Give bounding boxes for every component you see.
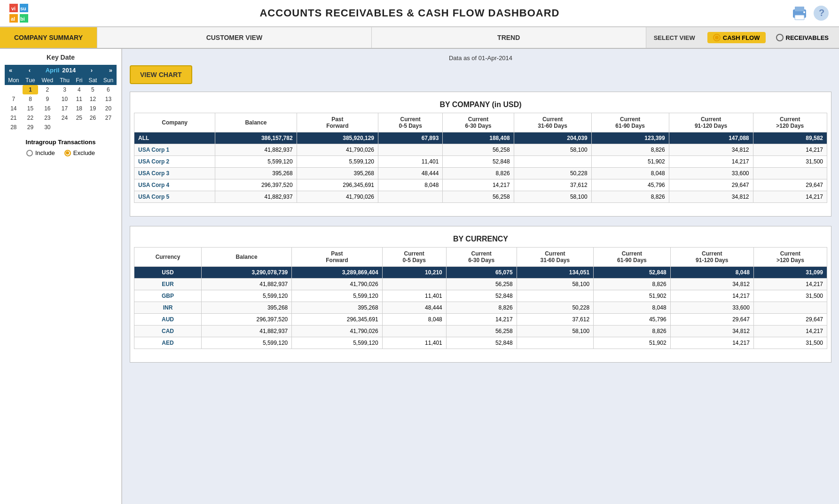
cal-next[interactable]: › bbox=[89, 67, 94, 74]
cal-day-cell[interactable]: 8 bbox=[23, 94, 39, 104]
table-row[interactable]: USA Corp 141,882,93741,790,02656,25858,1… bbox=[134, 144, 827, 156]
cal-day-cell[interactable]: 11 bbox=[73, 94, 86, 104]
cal-day-cell[interactable]: 7 bbox=[5, 94, 23, 104]
cal-day-cell[interactable]: 4 bbox=[73, 85, 86, 94]
table-row[interactable]: INR395,268395,26848,4448,82650,2288,0483… bbox=[134, 302, 827, 314]
cal-week-row: 14151617181920 bbox=[5, 104, 117, 113]
cal-prev-prev[interactable]: « bbox=[8, 67, 14, 74]
cal-day-cell[interactable]: 27 bbox=[100, 113, 117, 123]
currency-name-cell[interactable]: INR bbox=[134, 302, 202, 314]
value-cell: 51,902 bbox=[591, 156, 669, 168]
table-row[interactable]: USA Corp 541,882,93741,790,02656,25858,1… bbox=[134, 191, 827, 203]
view-chart-button[interactable]: VIEW CHART bbox=[130, 65, 192, 84]
cal-prev[interactable]: ‹ bbox=[27, 67, 32, 74]
value-cell bbox=[382, 279, 446, 290]
value-cell: 31,500 bbox=[753, 156, 827, 168]
col-c05: Current0-5 Days bbox=[378, 113, 442, 132]
table-row[interactable]: USA Corp 25,599,1205,599,12011,40152,848… bbox=[134, 156, 827, 168]
value-cell: 5,599,120 bbox=[292, 337, 382, 349]
cal-next-next[interactable]: » bbox=[108, 67, 114, 74]
cal-week-row: 78910111213 bbox=[5, 94, 117, 104]
value-cell bbox=[517, 337, 594, 349]
value-cell: 8,048 bbox=[378, 179, 442, 191]
cal-day-cell[interactable]: 30 bbox=[38, 123, 56, 132]
include-option[interactable]: Include bbox=[26, 149, 55, 156]
col-cur-c6190: Current61-90 Days bbox=[594, 248, 671, 267]
cal-day-cell[interactable]: 22 bbox=[23, 113, 39, 123]
cal-day-cell[interactable]: 23 bbox=[38, 113, 56, 123]
cal-day-cell[interactable]: 1 bbox=[23, 85, 39, 94]
cal-day-cell[interactable]: 28 bbox=[5, 123, 23, 132]
exclude-option[interactable]: Exclude bbox=[64, 149, 95, 156]
value-cell: 37,612 bbox=[514, 179, 591, 191]
tab-company-summary[interactable]: COMPANY SUMMARY bbox=[0, 27, 97, 48]
cal-day-cell[interactable]: 24 bbox=[56, 113, 72, 123]
cal-day-cell[interactable]: 10 bbox=[56, 94, 72, 104]
value-cell: 52,848 bbox=[446, 337, 517, 349]
value-cell: 48,444 bbox=[382, 302, 446, 314]
currency-name-cell[interactable]: USD bbox=[134, 267, 202, 279]
cal-day-cell[interactable]: 3 bbox=[56, 85, 72, 94]
currency-name-cell[interactable]: AED bbox=[134, 337, 202, 349]
cal-day-cell[interactable]: 15 bbox=[23, 104, 39, 113]
table-row[interactable]: AED5,599,1205,599,12011,40152,84851,9021… bbox=[134, 337, 827, 349]
help-icon[interactable]: ? bbox=[813, 5, 830, 22]
cal-day-cell[interactable]: 14 bbox=[5, 104, 23, 113]
table-row[interactable]: CAD41,882,93741,790,02656,25858,1008,826… bbox=[134, 326, 827, 337]
value-cell: 3,289,869,404 bbox=[292, 267, 382, 279]
cal-day-cell[interactable]: 20 bbox=[100, 104, 117, 113]
cal-day-cell[interactable]: 6 bbox=[100, 85, 117, 94]
cal-day-cell[interactable]: 12 bbox=[86, 94, 100, 104]
cal-day-cell[interactable]: 18 bbox=[73, 104, 86, 113]
svg-text:vi: vi bbox=[11, 6, 16, 11]
cal-day-cell[interactable]: 16 bbox=[38, 104, 56, 113]
cal-day-cell[interactable]: 5 bbox=[86, 85, 100, 94]
by-currency-title: BY CURRENCY bbox=[134, 235, 827, 243]
view-options: CASH FLOW RECEIVABLES bbox=[703, 32, 839, 43]
receivables-option[interactable]: RECEIVABLES bbox=[770, 32, 835, 43]
company-name-cell[interactable]: USA Corp 1 bbox=[134, 144, 215, 156]
table-row[interactable]: USA Corp 3395,268395,26848,4448,82650,22… bbox=[134, 168, 827, 179]
currency-name-cell[interactable]: CAD bbox=[134, 326, 202, 337]
cal-day-cell[interactable]: 25 bbox=[73, 113, 86, 123]
value-cell: 41,882,937 bbox=[215, 144, 297, 156]
value-cell: 296,397,520 bbox=[215, 179, 297, 191]
cal-day-cell[interactable]: 2 bbox=[38, 85, 56, 94]
currency-name-cell[interactable]: GBP bbox=[134, 290, 202, 302]
cal-day-cell[interactable]: 13 bbox=[100, 94, 117, 104]
table-row[interactable]: AUD296,397,520296,345,6918,04814,21737,6… bbox=[134, 314, 827, 326]
value-cell: 29,647 bbox=[753, 179, 827, 191]
col-cur-balance: Balance bbox=[201, 248, 291, 267]
currency-name-cell[interactable]: AUD bbox=[134, 314, 202, 326]
table-row[interactable]: EUR41,882,93741,790,02656,25858,1008,826… bbox=[134, 279, 827, 290]
value-cell: 52,848 bbox=[594, 267, 671, 279]
cal-day-cell[interactable]: 19 bbox=[86, 104, 100, 113]
value-cell: 14,217 bbox=[753, 144, 827, 156]
tab-trend[interactable]: TREND bbox=[372, 27, 646, 48]
currency-name-cell[interactable]: EUR bbox=[134, 279, 202, 290]
cal-day-cell[interactable]: 9 bbox=[38, 94, 56, 104]
value-cell: 31,500 bbox=[753, 290, 827, 302]
company-name-cell[interactable]: USA Corp 3 bbox=[134, 168, 215, 179]
company-name-cell[interactable]: USA Corp 2 bbox=[134, 156, 215, 168]
company-name-cell[interactable]: USA Corp 4 bbox=[134, 179, 215, 191]
value-cell: 52,848 bbox=[446, 290, 517, 302]
intragroup-title: Intragroup Transactions bbox=[5, 139, 117, 146]
value-cell: 37,612 bbox=[517, 314, 594, 326]
company-name-cell[interactable]: USA Corp 5 bbox=[134, 191, 215, 203]
table-row[interactable]: USA Corp 4296,397,520296,345,6918,04814,… bbox=[134, 179, 827, 191]
table-row[interactable]: ALL386,157,782385,920,12967,893188,40820… bbox=[134, 132, 827, 144]
tab-customer-view[interactable]: CUSTOMER VIEW bbox=[97, 27, 372, 48]
value-cell: 56,258 bbox=[443, 144, 514, 156]
cashflow-option[interactable]: CASH FLOW bbox=[707, 32, 766, 43]
table-row[interactable]: GBP5,599,1205,599,12011,40152,84851,9021… bbox=[134, 290, 827, 302]
company-name-cell[interactable]: ALL bbox=[134, 132, 215, 144]
value-cell: 8,826 bbox=[443, 168, 514, 179]
cal-day-cell[interactable]: 17 bbox=[56, 104, 72, 113]
print-icon[interactable] bbox=[791, 5, 808, 22]
cal-day-cell[interactable]: 21 bbox=[5, 113, 23, 123]
table-row[interactable]: USD3,290,078,7393,289,869,40410,21065,07… bbox=[134, 267, 827, 279]
cal-day-cell[interactable]: 26 bbox=[86, 113, 100, 123]
cal-day-cell[interactable]: 29 bbox=[23, 123, 39, 132]
value-cell: 56,258 bbox=[446, 326, 517, 337]
